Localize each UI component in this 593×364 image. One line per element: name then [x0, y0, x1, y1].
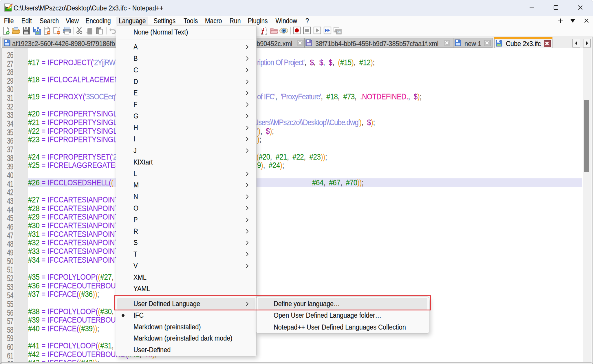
svg-text:UD: UD — [337, 30, 341, 33]
